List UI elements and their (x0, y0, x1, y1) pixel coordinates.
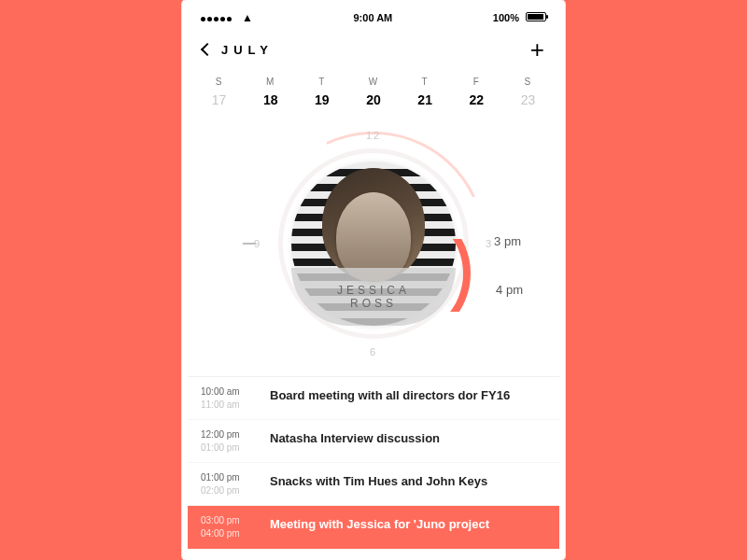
date-cell[interactable]: 17 (193, 92, 245, 107)
event-time: 03:00 pm04:00 pm (201, 515, 257, 539)
date-row: 17 18 19 20 21 22 23 (188, 89, 559, 117)
event-row[interactable]: 12:00 pm01:00 pmNatasha Interview discus… (188, 420, 559, 463)
arc-label: 4 pm (496, 283, 523, 297)
event-row[interactable]: 01:00 pm02:00 pmSnacks with Tim Hues and… (188, 463, 559, 506)
event-title: Meeting with Jessica for 'Juno project (270, 515, 489, 531)
back-button[interactable]: JULY (203, 43, 274, 57)
dow: F (451, 77, 502, 87)
status-time: 9:00 AM (353, 12, 392, 23)
event-row[interactable]: 10:00 am11:00 amBoard meeting with all d… (188, 377, 559, 420)
status-bar: ▲ 9:00 AM 100% (188, 6, 559, 30)
event-time: 01:00 pm02:00 pm (201, 472, 257, 496)
event-row[interactable]: 03:00 pm04:00 pmMeeting with Jessica for… (188, 506, 559, 549)
tick-icon (243, 243, 256, 245)
month-label: JULY (221, 43, 274, 57)
add-event-button[interactable]: + (530, 37, 544, 62)
hour-label: 6 (370, 346, 377, 357)
event-time: 12:00 pm01:00 pm (201, 429, 257, 453)
weekday-header: S M T W T F S (188, 65, 559, 89)
dow: T (296, 77, 347, 87)
date-cell[interactable]: 18 (245, 92, 296, 107)
navbar: JULY + (188, 30, 559, 65)
signal-icon: ▲ (201, 11, 253, 24)
event-row[interactable]: 03:00 pm04:00 pm'Athena' project review (188, 549, 559, 560)
status-battery: 100% (493, 12, 546, 23)
hour-label: 12 (366, 130, 381, 141)
phone-frame: ▲ 9:00 AM 100% JULY + S M T W T F S 17 1… (182, 0, 565, 560)
arc-label: 3 pm (494, 234, 521, 248)
date-cell[interactable]: 21 (400, 92, 451, 107)
hour-label: 3 (486, 238, 493, 249)
event-list: 10:00 am11:00 amBoard meeting with all d… (188, 376, 559, 560)
date-cell[interactable]: 22 (451, 92, 502, 107)
dow: S (193, 77, 245, 87)
date-cell[interactable]: 19 (296, 92, 347, 107)
dow: S (502, 77, 554, 87)
clock-dial[interactable]: 12 6 9 3 JESSICA ROSS 3 pm 4 pm (252, 122, 495, 365)
event-title: Board meeting with all directors dor FY1… (270, 386, 510, 402)
event-title: Snacks with Tim Hues and John Keys (270, 472, 487, 488)
busy-arc (435, 239, 471, 312)
chevron-left-icon (201, 43, 214, 56)
event-time: 10:00 am11:00 am (201, 386, 257, 410)
event-title: Natasha Interview discussion (270, 429, 440, 445)
battery-icon (526, 12, 546, 21)
dow: T (400, 77, 451, 87)
dow: W (347, 77, 399, 87)
wifi-icon: ▲ (242, 11, 253, 24)
date-cell[interactable]: 20 (347, 92, 399, 107)
date-cell[interactable]: 23 (502, 92, 554, 107)
dow: M (245, 77, 296, 87)
